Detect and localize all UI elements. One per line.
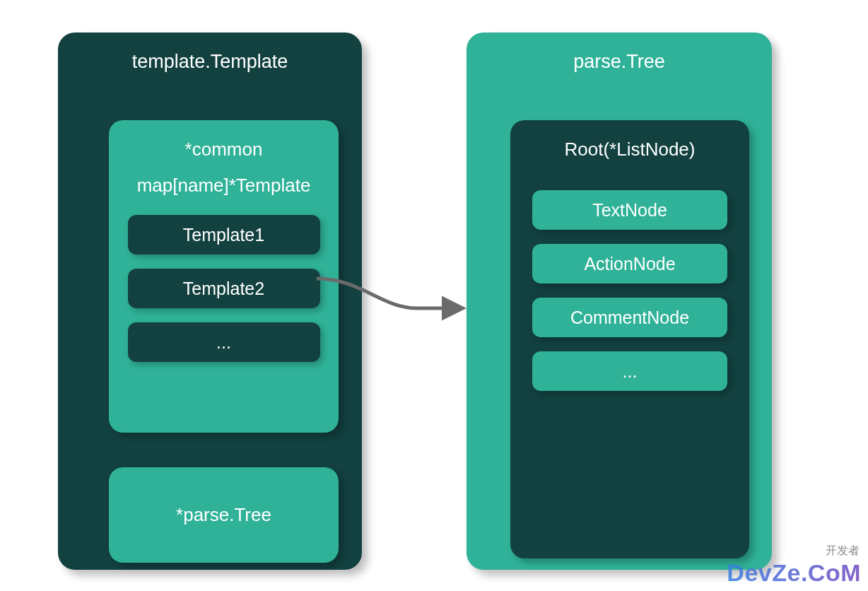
parse-tree-title: parse.Tree (467, 33, 772, 80)
template-item: Template2 (128, 269, 320, 308)
node-list: TextNode ActionNode CommentNode ... (510, 172, 749, 391)
parse-tree-label: *parse.Tree (176, 504, 271, 526)
template-item: Template1 (128, 215, 320, 254)
map-label: map[name]*Template (109, 172, 339, 209)
node-item: TextNode (532, 190, 727, 230)
root-panel: Root(*ListNode) TextNode ActionNode Comm… (510, 120, 749, 558)
node-item: CommentNode (532, 298, 727, 337)
template-item: ... (128, 322, 320, 362)
template-list: Template1 Template2 ... (109, 209, 339, 362)
root-header: Root(*ListNode) (510, 120, 749, 172)
template-template-title: template.Template (58, 33, 362, 80)
watermark-cn: 开发者 (826, 544, 860, 558)
parse-tree-panel: *parse.Tree (109, 467, 339, 563)
watermark-brand: DevZe.CoM (727, 559, 861, 587)
node-item: ActionNode (532, 244, 727, 283)
arrow-icon (311, 274, 471, 317)
diagram-container: template.Template *common map[name]*Temp… (0, 0, 868, 591)
common-header: *common (109, 120, 339, 172)
node-item: ... (532, 351, 727, 391)
common-panel: *common map[name]*Template Template1 Tem… (109, 120, 339, 433)
parse-tree-box: parse.Tree Root(*ListNode) TextNode Acti… (467, 33, 772, 570)
